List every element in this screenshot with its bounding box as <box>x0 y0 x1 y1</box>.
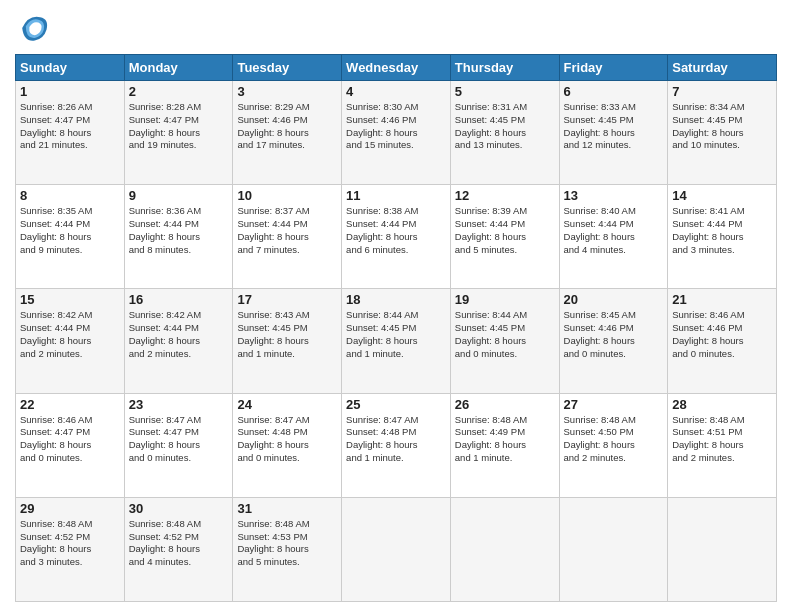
day-number: 4 <box>346 84 446 99</box>
day-info: Sunrise: 8:48 AM Sunset: 4:51 PM Dayligh… <box>672 414 772 465</box>
day-number: 11 <box>346 188 446 203</box>
day-number: 18 <box>346 292 446 307</box>
day-info: Sunrise: 8:47 AM Sunset: 4:48 PM Dayligh… <box>237 414 337 465</box>
day-number: 14 <box>672 188 772 203</box>
calendar-day-cell: 24Sunrise: 8:47 AM Sunset: 4:48 PM Dayli… <box>233 393 342 497</box>
calendar-day-cell: 28Sunrise: 8:48 AM Sunset: 4:51 PM Dayli… <box>668 393 777 497</box>
weekday-header: Monday <box>124 55 233 81</box>
header <box>15 10 777 46</box>
day-number: 22 <box>20 397 120 412</box>
day-info: Sunrise: 8:46 AM Sunset: 4:47 PM Dayligh… <box>20 414 120 465</box>
day-number: 7 <box>672 84 772 99</box>
day-info: Sunrise: 8:41 AM Sunset: 4:44 PM Dayligh… <box>672 205 772 256</box>
day-number: 24 <box>237 397 337 412</box>
day-info: Sunrise: 8:34 AM Sunset: 4:45 PM Dayligh… <box>672 101 772 152</box>
day-number: 8 <box>20 188 120 203</box>
calendar-day-cell <box>668 497 777 601</box>
day-info: Sunrise: 8:48 AM Sunset: 4:52 PM Dayligh… <box>129 518 229 569</box>
calendar-day-cell <box>342 497 451 601</box>
logo-icon <box>15 10 51 46</box>
day-number: 19 <box>455 292 555 307</box>
day-info: Sunrise: 8:48 AM Sunset: 4:52 PM Dayligh… <box>20 518 120 569</box>
day-info: Sunrise: 8:48 AM Sunset: 4:50 PM Dayligh… <box>564 414 664 465</box>
day-number: 1 <box>20 84 120 99</box>
day-info: Sunrise: 8:26 AM Sunset: 4:47 PM Dayligh… <box>20 101 120 152</box>
day-number: 31 <box>237 501 337 516</box>
calendar-day-cell: 2Sunrise: 8:28 AM Sunset: 4:47 PM Daylig… <box>124 81 233 185</box>
page: SundayMondayTuesdayWednesdayThursdayFrid… <box>0 0 792 612</box>
day-info: Sunrise: 8:47 AM Sunset: 4:47 PM Dayligh… <box>129 414 229 465</box>
day-info: Sunrise: 8:31 AM Sunset: 4:45 PM Dayligh… <box>455 101 555 152</box>
weekday-header: Saturday <box>668 55 777 81</box>
day-info: Sunrise: 8:43 AM Sunset: 4:45 PM Dayligh… <box>237 309 337 360</box>
day-info: Sunrise: 8:48 AM Sunset: 4:53 PM Dayligh… <box>237 518 337 569</box>
day-number: 12 <box>455 188 555 203</box>
day-number: 3 <box>237 84 337 99</box>
calendar-day-cell: 27Sunrise: 8:48 AM Sunset: 4:50 PM Dayli… <box>559 393 668 497</box>
day-info: Sunrise: 8:37 AM Sunset: 4:44 PM Dayligh… <box>237 205 337 256</box>
day-number: 30 <box>129 501 229 516</box>
day-number: 15 <box>20 292 120 307</box>
calendar-day-cell: 6Sunrise: 8:33 AM Sunset: 4:45 PM Daylig… <box>559 81 668 185</box>
calendar-day-cell: 23Sunrise: 8:47 AM Sunset: 4:47 PM Dayli… <box>124 393 233 497</box>
day-info: Sunrise: 8:36 AM Sunset: 4:44 PM Dayligh… <box>129 205 229 256</box>
calendar-week-row: 29Sunrise: 8:48 AM Sunset: 4:52 PM Dayli… <box>16 497 777 601</box>
calendar-day-cell: 16Sunrise: 8:42 AM Sunset: 4:44 PM Dayli… <box>124 289 233 393</box>
day-info: Sunrise: 8:39 AM Sunset: 4:44 PM Dayligh… <box>455 205 555 256</box>
weekday-header: Sunday <box>16 55 125 81</box>
weekday-header: Tuesday <box>233 55 342 81</box>
day-info: Sunrise: 8:47 AM Sunset: 4:48 PM Dayligh… <box>346 414 446 465</box>
day-info: Sunrise: 8:45 AM Sunset: 4:46 PM Dayligh… <box>564 309 664 360</box>
day-info: Sunrise: 8:44 AM Sunset: 4:45 PM Dayligh… <box>346 309 446 360</box>
day-number: 23 <box>129 397 229 412</box>
calendar-day-cell: 26Sunrise: 8:48 AM Sunset: 4:49 PM Dayli… <box>450 393 559 497</box>
day-info: Sunrise: 8:44 AM Sunset: 4:45 PM Dayligh… <box>455 309 555 360</box>
calendar-day-cell: 30Sunrise: 8:48 AM Sunset: 4:52 PM Dayli… <box>124 497 233 601</box>
calendar-day-cell: 12Sunrise: 8:39 AM Sunset: 4:44 PM Dayli… <box>450 185 559 289</box>
day-info: Sunrise: 8:30 AM Sunset: 4:46 PM Dayligh… <box>346 101 446 152</box>
day-number: 16 <box>129 292 229 307</box>
day-info: Sunrise: 8:40 AM Sunset: 4:44 PM Dayligh… <box>564 205 664 256</box>
day-number: 29 <box>20 501 120 516</box>
calendar-day-cell: 7Sunrise: 8:34 AM Sunset: 4:45 PM Daylig… <box>668 81 777 185</box>
calendar-day-cell: 9Sunrise: 8:36 AM Sunset: 4:44 PM Daylig… <box>124 185 233 289</box>
calendar-day-cell <box>450 497 559 601</box>
calendar-day-cell: 14Sunrise: 8:41 AM Sunset: 4:44 PM Dayli… <box>668 185 777 289</box>
calendar-day-cell: 17Sunrise: 8:43 AM Sunset: 4:45 PM Dayli… <box>233 289 342 393</box>
calendar-day-cell: 29Sunrise: 8:48 AM Sunset: 4:52 PM Dayli… <box>16 497 125 601</box>
weekday-header: Thursday <box>450 55 559 81</box>
calendar-day-cell: 25Sunrise: 8:47 AM Sunset: 4:48 PM Dayli… <box>342 393 451 497</box>
calendar-week-row: 8Sunrise: 8:35 AM Sunset: 4:44 PM Daylig… <box>16 185 777 289</box>
day-number: 17 <box>237 292 337 307</box>
day-info: Sunrise: 8:38 AM Sunset: 4:44 PM Dayligh… <box>346 205 446 256</box>
calendar-day-cell: 8Sunrise: 8:35 AM Sunset: 4:44 PM Daylig… <box>16 185 125 289</box>
calendar-day-cell: 11Sunrise: 8:38 AM Sunset: 4:44 PM Dayli… <box>342 185 451 289</box>
day-info: Sunrise: 8:33 AM Sunset: 4:45 PM Dayligh… <box>564 101 664 152</box>
calendar-day-cell: 19Sunrise: 8:44 AM Sunset: 4:45 PM Dayli… <box>450 289 559 393</box>
day-number: 21 <box>672 292 772 307</box>
weekday-header: Friday <box>559 55 668 81</box>
day-number: 13 <box>564 188 664 203</box>
calendar-day-cell: 13Sunrise: 8:40 AM Sunset: 4:44 PM Dayli… <box>559 185 668 289</box>
calendar-header-row: SundayMondayTuesdayWednesdayThursdayFrid… <box>16 55 777 81</box>
calendar-day-cell <box>559 497 668 601</box>
calendar-week-row: 22Sunrise: 8:46 AM Sunset: 4:47 PM Dayli… <box>16 393 777 497</box>
calendar-week-row: 15Sunrise: 8:42 AM Sunset: 4:44 PM Dayli… <box>16 289 777 393</box>
day-number: 27 <box>564 397 664 412</box>
day-info: Sunrise: 8:35 AM Sunset: 4:44 PM Dayligh… <box>20 205 120 256</box>
calendar-table: SundayMondayTuesdayWednesdayThursdayFrid… <box>15 54 777 602</box>
day-number: 28 <box>672 397 772 412</box>
day-number: 9 <box>129 188 229 203</box>
calendar-day-cell: 20Sunrise: 8:45 AM Sunset: 4:46 PM Dayli… <box>559 289 668 393</box>
calendar-day-cell: 5Sunrise: 8:31 AM Sunset: 4:45 PM Daylig… <box>450 81 559 185</box>
day-number: 20 <box>564 292 664 307</box>
day-info: Sunrise: 8:42 AM Sunset: 4:44 PM Dayligh… <box>20 309 120 360</box>
day-info: Sunrise: 8:28 AM Sunset: 4:47 PM Dayligh… <box>129 101 229 152</box>
calendar-day-cell: 21Sunrise: 8:46 AM Sunset: 4:46 PM Dayli… <box>668 289 777 393</box>
calendar-day-cell: 31Sunrise: 8:48 AM Sunset: 4:53 PM Dayli… <box>233 497 342 601</box>
day-info: Sunrise: 8:48 AM Sunset: 4:49 PM Dayligh… <box>455 414 555 465</box>
calendar-day-cell: 18Sunrise: 8:44 AM Sunset: 4:45 PM Dayli… <box>342 289 451 393</box>
calendar-day-cell: 15Sunrise: 8:42 AM Sunset: 4:44 PM Dayli… <box>16 289 125 393</box>
calendar-day-cell: 22Sunrise: 8:46 AM Sunset: 4:47 PM Dayli… <box>16 393 125 497</box>
calendar-day-cell: 10Sunrise: 8:37 AM Sunset: 4:44 PM Dayli… <box>233 185 342 289</box>
